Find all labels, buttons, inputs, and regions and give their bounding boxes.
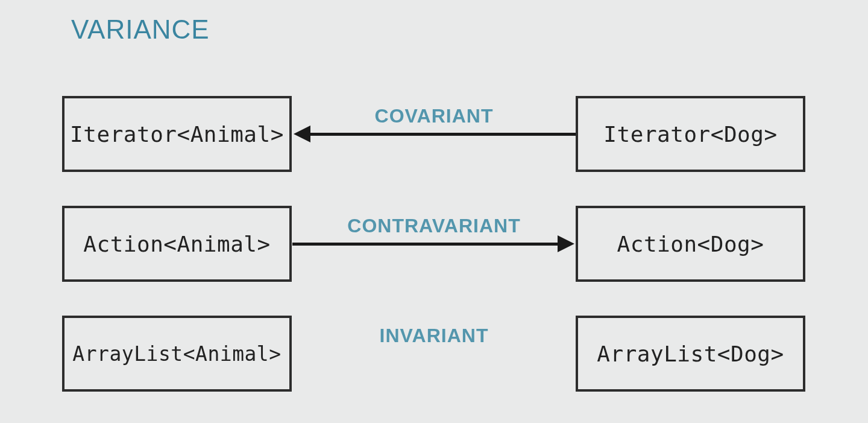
box-row2-right: Action<Dog> bbox=[576, 206, 805, 282]
slide-title: VARIANCE bbox=[71, 14, 210, 45]
row1-arrow-shaft bbox=[310, 133, 576, 136]
row1-label: COVARIANT bbox=[289, 105, 579, 127]
box-row1-left-text: Iterator<Animal> bbox=[70, 122, 284, 147]
row1-arrow-head bbox=[294, 126, 310, 142]
row2-arrow-head bbox=[558, 235, 574, 252]
box-row2-right-text: Action<Dog> bbox=[617, 232, 764, 256]
box-row3-right-text: ArrayList<Dog> bbox=[597, 342, 784, 366]
box-row3-right: ArrayList<Dog> bbox=[576, 316, 805, 392]
row3-label: INVARIANT bbox=[289, 325, 579, 347]
box-row3-left-text: ArrayList<Animal> bbox=[72, 342, 281, 366]
box-row1-right: Iterator<Dog> bbox=[576, 96, 805, 172]
slide-root: VARIANCE Iterator<Animal> Iterator<Dog> … bbox=[0, 0, 868, 423]
box-row2-left-text: Action<Animal> bbox=[83, 232, 270, 256]
row2-label: CONTRAVARIANT bbox=[289, 215, 579, 237]
box-row1-left: Iterator<Animal> bbox=[62, 96, 292, 172]
box-row1-right-text: Iterator<Dog> bbox=[603, 122, 777, 147]
box-row2-left: Action<Animal> bbox=[62, 206, 292, 282]
row2-arrow-shaft bbox=[292, 243, 558, 246]
box-row3-left: ArrayList<Animal> bbox=[62, 316, 292, 392]
